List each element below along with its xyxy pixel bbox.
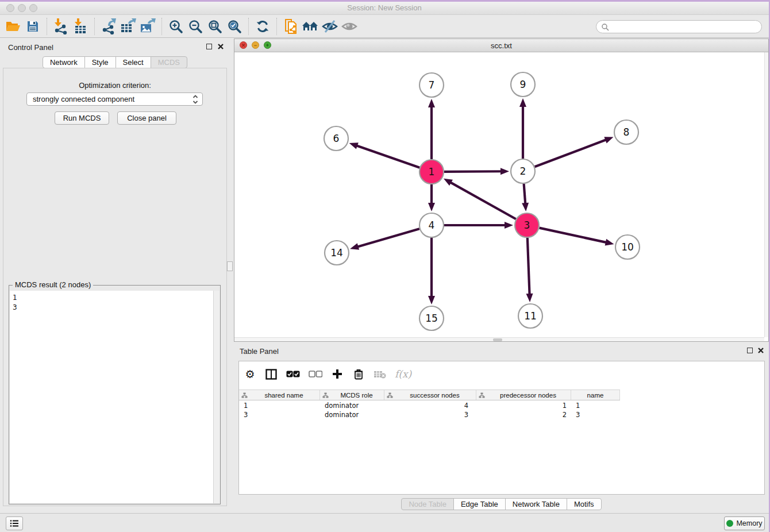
tab-node-table[interactable]: Node Table xyxy=(401,498,454,510)
toolbar-separator xyxy=(248,18,249,35)
graph-node-14[interactable]: 14 xyxy=(325,241,349,265)
tab-motifs[interactable]: Motifs xyxy=(567,498,602,510)
tab-mcds[interactable]: MCDS xyxy=(151,56,187,68)
export-image-icon[interactable] xyxy=(138,17,157,36)
import-network-icon[interactable] xyxy=(51,17,71,36)
table-options-icon[interactable]: ⚙ xyxy=(244,367,256,381)
refresh-layout-icon[interactable] xyxy=(253,17,272,36)
arrowhead-icon xyxy=(428,296,435,304)
delete-table-icon[interactable] xyxy=(374,367,386,381)
import-table-icon[interactable] xyxy=(71,17,90,36)
deselect-all-icon[interactable] xyxy=(309,367,322,381)
table-panel-title: Table Panel xyxy=(240,347,279,356)
close-table-panel-icon[interactable] xyxy=(757,347,764,354)
arrowhead-icon xyxy=(500,168,509,175)
graph-node-8[interactable]: 8 xyxy=(614,120,638,144)
scrollbar-thumb[interactable] xyxy=(493,338,502,341)
tab-network[interactable]: Network xyxy=(43,56,85,68)
table-panel-header: Table Panel xyxy=(234,342,769,360)
graph-node-10[interactable]: 10 xyxy=(615,235,640,259)
search-icon xyxy=(601,23,609,31)
graph-node-2[interactable]: 2 xyxy=(511,159,535,183)
search-input[interactable] xyxy=(596,20,762,33)
zoom-fit-icon[interactable] xyxy=(205,17,225,36)
tab-style[interactable]: Style xyxy=(84,56,116,68)
panel-splitter-handle[interactable] xyxy=(227,261,233,271)
column-header-successor-nodes[interactable]: successor nodes xyxy=(384,390,476,400)
graph-edge-1-2[interactable] xyxy=(444,171,502,172)
mcds-result-area[interactable]: 1 3 xyxy=(10,291,220,503)
graph-node-4[interactable]: 4 xyxy=(419,213,444,237)
clone-network-icon[interactable] xyxy=(281,17,301,36)
zoom-in-icon[interactable] xyxy=(166,17,186,36)
export-network-icon[interactable] xyxy=(99,17,118,36)
delete-column-icon[interactable] xyxy=(352,367,365,381)
home-icon[interactable] xyxy=(301,17,320,36)
tab-select[interactable]: Select xyxy=(116,56,151,68)
table-toolbar: ⚙ f(x) xyxy=(244,365,411,383)
save-session-icon[interactable] xyxy=(23,17,43,36)
table-row[interactable]: 3dominator323 xyxy=(239,410,620,419)
hide-details-icon[interactable] xyxy=(320,17,340,36)
toolbar-separator xyxy=(94,18,95,35)
network-view-window: ✕ − + scc.txt 7968124314101511 xyxy=(234,38,769,342)
chevron-up-down-icon xyxy=(192,94,198,105)
task-history-button[interactable] xyxy=(6,516,23,530)
close-panel-icon[interactable] xyxy=(217,43,224,50)
app-titlebar: Session: New Session xyxy=(0,2,769,15)
column-header-name[interactable]: name xyxy=(571,390,620,400)
column-header-predecessor-nodes[interactable]: predecessor nodes xyxy=(476,390,571,400)
graph-node-11[interactable]: 11 xyxy=(518,304,542,328)
graph-node-6[interactable]: 6 xyxy=(324,126,348,151)
result-scrollbar[interactable] xyxy=(213,291,220,503)
table-row[interactable]: 1dominator411 xyxy=(239,401,620,410)
control-panel-tabs: NetworkStyleSelectMCDS xyxy=(0,56,230,68)
arrowhead-icon xyxy=(350,243,359,250)
graph-node-1[interactable]: 1 xyxy=(419,160,444,184)
arrowhead-icon xyxy=(428,203,435,211)
graph-node-3[interactable]: 3 xyxy=(515,213,539,237)
tab-edge-table[interactable]: Edge Table xyxy=(453,498,506,510)
export-table-icon[interactable] xyxy=(118,17,138,36)
toolbar-separator xyxy=(161,18,162,35)
memory-status-icon xyxy=(726,520,733,527)
float-table-panel-icon[interactable] xyxy=(747,348,753,353)
open-file-icon[interactable] xyxy=(3,17,23,36)
memory-button[interactable]: Memory xyxy=(724,516,765,530)
zoom-selected-icon[interactable] xyxy=(225,17,244,36)
column-pane-icon[interactable] xyxy=(265,367,278,381)
graph-edge-1-6[interactable] xyxy=(356,145,419,168)
select-all-icon[interactable] xyxy=(286,367,300,381)
graph-edge-3-1[interactable] xyxy=(450,182,516,219)
svg-text:2: 2 xyxy=(520,165,526,177)
status-bar: Memory xyxy=(0,513,769,532)
function-builder-icon[interactable]: f(x) xyxy=(395,367,411,381)
float-panel-icon[interactable] xyxy=(206,44,212,49)
close-panel-button[interactable]: Close panel xyxy=(117,111,176,125)
graph-node-15[interactable]: 15 xyxy=(419,306,444,330)
node-table-container: ⚙ f(x) shared nameMCDS rolesuccessor nod… xyxy=(238,361,765,495)
run-mcds-button[interactable]: Run MCDS xyxy=(55,111,109,125)
network-horizontal-scrollbar[interactable] xyxy=(234,337,764,341)
column-header-MCDS-role[interactable]: MCDS role xyxy=(320,390,384,400)
graph-edge-4-14[interactable] xyxy=(357,229,419,247)
control-panel-title: Control Panel xyxy=(8,43,53,52)
zoom-out-icon[interactable] xyxy=(186,17,205,36)
tab-network-table[interactable]: Network Table xyxy=(505,498,567,510)
toolbar-separator xyxy=(276,18,277,35)
graph-edge-3-11[interactable] xyxy=(528,238,530,295)
optimization-dropdown[interactable]: strongly connected component xyxy=(26,92,203,106)
graph-edge-3-10[interactable] xyxy=(539,228,606,242)
network-vertical-scrollbar[interactable] xyxy=(764,52,768,337)
graph-edge-2-8[interactable] xyxy=(535,140,607,167)
graph-edge-2-3[interactable] xyxy=(524,184,526,204)
birds-eye-icon[interactable] xyxy=(340,17,359,36)
table-cell: dominator xyxy=(320,401,384,410)
add-column-icon[interactable] xyxy=(331,367,344,381)
graph-node-7[interactable]: 7 xyxy=(419,73,444,97)
network-canvas[interactable]: 7968124314101511 xyxy=(234,52,765,337)
main-toolbar xyxy=(0,15,769,38)
svg-text:7: 7 xyxy=(429,79,435,91)
graph-node-9[interactable]: 9 xyxy=(511,72,535,97)
column-header-shared-name[interactable]: shared name xyxy=(239,390,320,400)
